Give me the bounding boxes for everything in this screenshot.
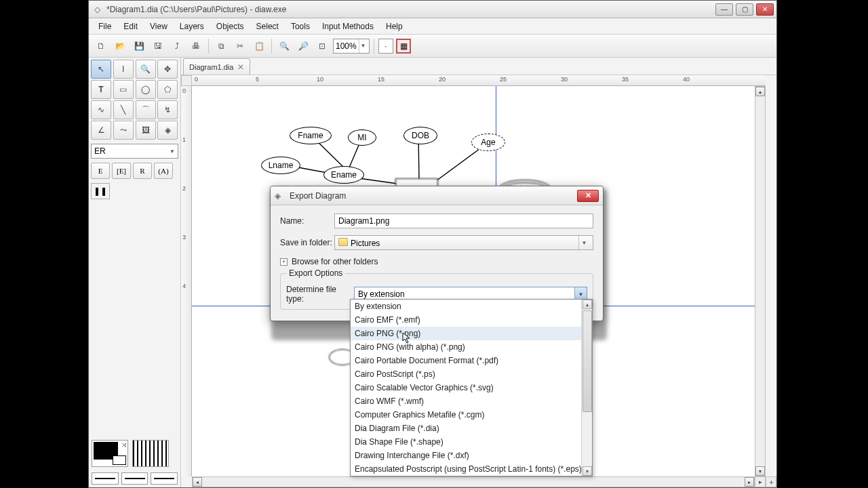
zoom-out-icon[interactable]: 🔎 [295,38,311,54]
swap-colors-icon[interactable]: ⤭ [121,441,127,449]
polyline-tool[interactable]: ∠ [91,121,111,140]
bezier-line-tool[interactable]: ⤳ [113,121,134,140]
filetype-option[interactable]: Cairo WMF (*.wmf) [351,394,592,408]
dropdown-scrollbar[interactable]: ▴ ▾ [581,300,592,476]
save-icon[interactable]: 💾 [131,38,147,54]
er-entity-tool[interactable]: E [91,163,110,179]
maximize-button[interactable]: ▢ [736,3,753,16]
filetype-option[interactable]: Cairo PNG (*.png) [351,327,592,340]
zoom-tool[interactable]: 🔍 [136,60,156,79]
menu-input-methods[interactable]: Input Methods [317,20,379,33]
snap-object-toggle[interactable]: ▦ [396,39,411,54]
filetype-option[interactable]: Dia Diagram File (*.dia) [351,422,592,435]
er-relationship-tool[interactable]: R [133,163,152,179]
scroll-up-icon[interactable]: ▴ [583,300,592,309]
nav-arrow-icon[interactable]: ▸ [755,476,766,487]
text-tool[interactable]: T [91,80,111,99]
scroll-right-icon[interactable]: ▸ [745,477,754,487]
separator [208,39,209,54]
er-attribute[interactable]: MI [348,129,376,146]
filetype-option[interactable]: Cairo Scalable Vector Graphics (*.svg) [351,381,592,394]
line-end-selector[interactable] [151,472,178,485]
nav-plus-icon[interactable]: ＋ [766,476,776,487]
save-as-icon[interactable]: 🖫 [150,38,166,54]
menu-objects[interactable]: Objects [211,20,250,33]
filetype-option[interactable]: Drawing Interchange File (*.dxf) [351,449,592,462]
filetype-option[interactable]: Encapsulated Postscript (using PostScrip… [351,462,592,476]
snap-grid-toggle[interactable]: · [378,39,393,54]
print-icon[interactable]: 🖶 [188,38,204,54]
arc-tool[interactable]: ⌒ [136,100,156,119]
sheet-selector[interactable]: ER▼ [91,144,178,159]
filetype-option[interactable]: Computer Graphics Metafile (*.cgm) [351,408,592,422]
cut-icon[interactable]: ✂ [232,38,248,54]
scroll-left-icon[interactable]: ◂ [193,477,202,487]
er-attribute[interactable]: DOB [403,127,437,144]
tab-close-icon[interactable]: ✕ [237,62,244,72]
er-attribute[interactable]: Lname [261,157,300,174]
menu-view[interactable]: View [144,20,173,33]
export-icon[interactable]: ⤴ [169,38,185,54]
menu-help[interactable]: Help [380,20,408,33]
close-button[interactable]: ✕ [756,3,774,16]
zigzag-tool[interactable]: ↯ [157,100,178,119]
folder-icon [338,238,348,246]
scroll-thumb[interactable] [583,310,592,412]
scroll-up-icon[interactable]: ▴ [755,87,765,96]
filetype-option[interactable]: By extension [351,300,592,313]
zoom-fit-icon[interactable]: ⊡ [314,38,330,54]
scroll-down-icon[interactable]: ▾ [583,466,592,476]
polygon-tool[interactable]: ⬠ [157,80,178,99]
line-width-selector[interactable] [92,472,119,485]
new-icon[interactable]: 🗋 [93,38,109,54]
paste-icon[interactable]: 📋 [251,38,267,54]
chevron-down-icon[interactable]: ▼ [578,236,589,249]
dialog-close-button[interactable]: ✕ [577,190,599,202]
pan-tool[interactable]: ✥ [157,60,178,79]
line-start-selector[interactable] [121,472,149,485]
pattern-swatch[interactable] [132,440,169,467]
filetype-option[interactable]: Dia Shape File (*.shape) [351,435,592,449]
color-swatch[interactable]: ⤭ [92,440,128,467]
menu-file[interactable]: File [93,20,117,33]
bezier-tool[interactable]: ∿ [91,100,111,119]
browse-expander[interactable]: + Browse for other folders [280,257,593,266]
filetype-label: Determine file type: [286,285,354,304]
copy-icon[interactable]: ⧉ [213,38,229,54]
minimize-button[interactable]: — [715,3,733,16]
name-input[interactable]: Diagram1.png [334,214,593,228]
line-tool[interactable]: ╲ [113,100,134,119]
ellipse-tool[interactable]: ◯ [136,80,156,99]
menu-edit[interactable]: Edit [118,20,143,33]
er-attribute-tool[interactable]: (A) [154,163,173,179]
document-tab[interactable]: Diagram1.dia✕ [183,58,250,75]
zoom-combo[interactable]: 100%▼ [333,39,370,54]
er-derived-attribute[interactable]: Age [471,134,505,151]
er-attribute[interactable]: Fname [290,127,332,144]
menu-tools[interactable]: Tools [285,20,315,33]
er-weak-entity-tool[interactable]: [E] [112,163,131,179]
menu-layers[interactable]: Layers [174,20,210,33]
menu-select[interactable]: Select [251,20,284,33]
titlebar: ◇ *Diagram1.dia (C:\Users\Paul\Pictures)… [89,1,776,18]
vertical-scrollbar[interactable]: ▴ ▾ [755,86,766,476]
text-edit-tool[interactable]: I [113,60,134,79]
open-icon[interactable]: 📂 [112,38,128,54]
scroll-down-icon[interactable]: ▾ [755,466,765,476]
image-tool[interactable]: 🖼 [136,121,156,140]
horizontal-scrollbar[interactable]: ◂ ▸ [192,476,755,487]
folder-selector[interactable]: Pictures▼ [334,235,593,250]
chevron-down-icon[interactable]: ▼ [359,39,367,53]
outline-tool[interactable]: ◈ [157,121,178,140]
zoom-value: 100% [336,41,357,51]
er-participation-tool[interactable]: ❚❚ [91,183,110,199]
box-tool[interactable]: ▭ [113,80,134,99]
er-attribute[interactable]: Ename [323,166,364,184]
browse-label: Browse for other folders [292,257,378,266]
pointer-tool[interactable]: ↖ [91,60,111,79]
zoom-in-icon[interactable]: 🔍 [276,38,292,54]
filetype-option[interactable]: Cairo PNG (with alpha) (*.png) [351,340,592,354]
filetype-option[interactable]: Cairo EMF (*.emf) [351,313,592,327]
filetype-option[interactable]: Cairo Portable Document Format (*.pdf) [351,354,592,367]
filetype-option[interactable]: Cairo PostScript (*.ps) [351,367,592,381]
